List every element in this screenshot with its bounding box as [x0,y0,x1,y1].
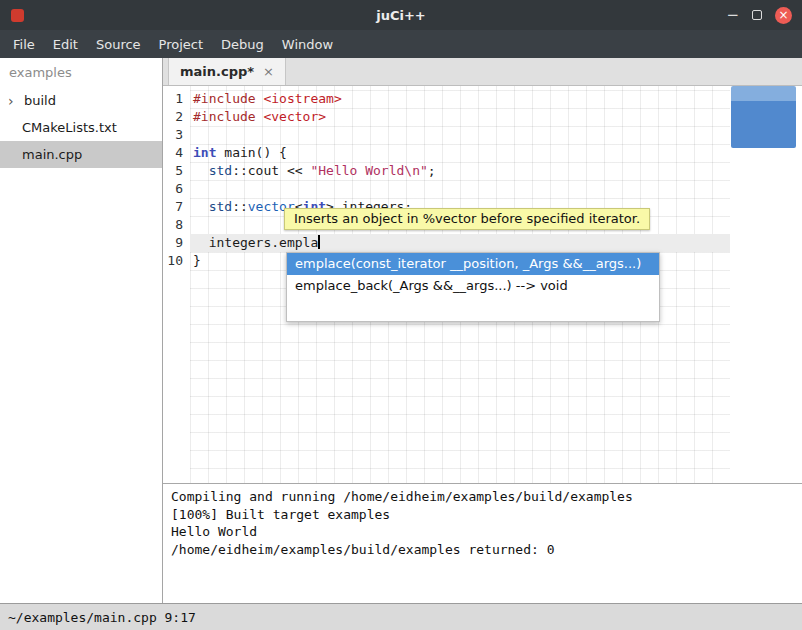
doc-tooltip: Inserts an object in %vector before spec… [284,208,650,230]
code-line-4[interactable]: 4int main() { [163,144,802,162]
window-title: juCi++ [0,8,802,23]
file-label: main.cpp [22,147,82,162]
terminal-line-0: Compiling and running /home/eidheim/exam… [171,488,794,506]
text-cursor [318,235,320,249]
close-button[interactable]: × [775,7,792,24]
code-line-5[interactable]: 5 std::cout << "Hello World\n"; [163,162,802,180]
file-label: CMakeLists.txt [22,120,117,135]
line-number: 9 [163,234,190,252]
sidebar-item-build[interactable]: ›build [0,87,162,114]
statusbar-file-position: ~/examples/main.cpp 9:17 [8,610,196,625]
menu-window[interactable]: Window [273,30,342,58]
line-number: 2 [163,108,190,126]
minimize-button[interactable]: − [726,8,739,23]
build-output-terminal: Compiling and running /home/eidheim/exam… [163,484,802,603]
menubar: FileEditSourceProjectDebugWindow [0,30,802,58]
menu-source[interactable]: Source [87,30,150,58]
line-number: 7 [163,198,190,216]
menu-debug[interactable]: Debug [212,30,273,58]
terminal-line-3: /home/eidheim/examples/build/examples re… [171,541,794,559]
tabbar: main.cpp* × [163,58,802,86]
tab-main-cpp[interactable]: main.cpp* × [168,58,286,85]
file-browser-sidebar: examples ›buildCMakeLists.txtmain.cpp [0,58,163,603]
line-content: std::cout << "Hello World\n"; [190,162,802,180]
menu-edit[interactable]: Edit [44,30,87,58]
line-number: 3 [163,126,190,144]
code-line-1[interactable]: 1#include <iostream> [163,90,802,108]
chevron-right-icon[interactable]: › [8,94,18,108]
completion-item-1[interactable]: emplace_back(_Args &&__args...) --> void [287,275,659,297]
main-area: main.cpp* × 1#include <iostream>2#includ… [163,58,802,603]
scrollbar-thumb[interactable] [731,86,796,148]
line-content: #include <iostream> [190,90,802,108]
completion-item-0[interactable]: emplace(const_iterator __position, _Args… [287,253,659,275]
line-number: 10 [163,252,190,270]
line-number: 5 [163,162,190,180]
code-line-3[interactable]: 3 [163,126,802,144]
terminal-line-2: Hello World [171,523,794,541]
line-content: #include <vector> [190,108,802,126]
statusbar: ~/examples/main.cpp 9:17 [0,603,802,630]
code-line-9[interactable]: 9 integers.empla [163,234,802,252]
app-icon [11,9,24,22]
code-line-2[interactable]: 2#include <vector> [163,108,802,126]
menu-file[interactable]: File [4,30,44,58]
maximize-button[interactable] [752,10,762,20]
file-tree: ›buildCMakeLists.txtmain.cpp [0,87,162,168]
menu-project[interactable]: Project [150,30,212,58]
line-number: 8 [163,216,190,234]
line-content: integers.empla [190,234,802,252]
window-controls: − × [726,7,802,24]
tab-close-icon[interactable]: × [263,64,274,79]
code-line-6[interactable]: 6 [163,180,802,198]
code-editor[interactable]: 1#include <iostream>2#include <vector>34… [163,86,802,484]
autocomplete-popup: emplace(const_iterator __position, _Args… [286,252,660,322]
scrollbar-track [730,86,802,483]
terminal-line-1: [100%] Built target examples [171,506,794,524]
titlebar: juCi++ − × [0,0,802,30]
code-lines: 1#include <iostream>2#include <vector>34… [163,86,802,270]
line-number: 4 [163,144,190,162]
sidebar-item-cmakelists-txt[interactable]: CMakeLists.txt [0,114,162,141]
line-number: 6 [163,180,190,198]
jucipp-window: juCi++ − × FileEditSourceProjectDebugWin… [0,0,802,630]
window-body: examples ›buildCMakeLists.txtmain.cpp ma… [0,58,802,603]
line-content: int main() { [190,144,802,162]
line-content [190,126,802,144]
line-content [190,180,802,198]
project-name-label: examples [0,58,162,87]
sidebar-item-main-cpp[interactable]: main.cpp [0,141,162,168]
line-number: 1 [163,90,190,108]
tab-label: main.cpp* [180,64,254,79]
file-label: build [24,93,56,108]
